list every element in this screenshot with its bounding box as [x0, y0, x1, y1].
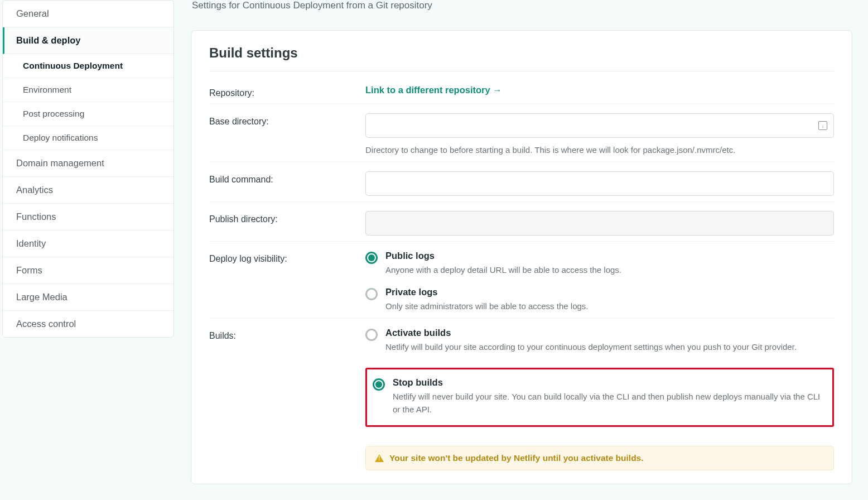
- radio-private-logs[interactable]: Private logs Only site administrators wi…: [365, 287, 834, 312]
- radio-icon: [365, 288, 378, 300]
- publish-directory-input[interactable]: [365, 211, 834, 235]
- sidebar-item-functions[interactable]: Functions: [3, 204, 173, 230]
- publish-directory-label: Publish directory:: [209, 211, 365, 224]
- sidebar-item-general[interactable]: General: [3, 1, 173, 27]
- sidebar-item-forms[interactable]: Forms: [3, 257, 173, 284]
- sidebar-sub-post-processing[interactable]: Post processing: [3, 102, 173, 126]
- sidebar-item-domain-management[interactable]: Domain management: [3, 150, 173, 177]
- build-command-label: Build command:: [209, 171, 365, 185]
- base-directory-help: Directory to change to before starting a…: [365, 143, 834, 156]
- sidebar-item-large-media[interactable]: Large Media: [3, 284, 173, 311]
- stop-builds-highlight: Stop builds Netlify will never build you…: [365, 368, 834, 427]
- private-logs-title: Private logs: [385, 287, 834, 297]
- radio-icon: [373, 378, 385, 391]
- sidebar-item-analytics[interactable]: Analytics: [3, 177, 173, 204]
- sidebar-sub-deploy-notifications[interactable]: Deploy notifications: [3, 126, 173, 150]
- build-command-input[interactable]: [365, 171, 834, 196]
- sidebar-sub-continuous-deployment[interactable]: Continuous Deployment: [3, 54, 173, 78]
- stop-builds-desc: Netlify will never build your site. You …: [393, 390, 827, 416]
- builds-label: Builds:: [209, 328, 365, 341]
- activate-builds-desc: Netlify will build your site according t…: [385, 340, 834, 353]
- stop-builds-title: Stop builds: [393, 377, 827, 388]
- public-logs-title: Public logs: [385, 251, 834, 261]
- radio-icon: [365, 329, 378, 341]
- radio-public-logs[interactable]: Public logs Anyone with a deploy detail …: [365, 251, 834, 276]
- deploy-log-visibility-label: Deploy log visibility:: [209, 251, 365, 264]
- public-logs-desc: Anyone with a deploy detail URL will be …: [385, 263, 834, 276]
- page-subtitle: Settings for Continuous Deployment from …: [192, 0, 852, 11]
- autofill-icon: ↓: [818, 121, 827, 130]
- settings-sidebar: General Build & deploy Continuous Deploy…: [2, 0, 174, 338]
- radio-activate-builds[interactable]: Activate builds Netlify will build your …: [365, 328, 834, 353]
- base-directory-label: Base directory:: [209, 113, 365, 127]
- main-content: Settings for Continuous Deployment from …: [174, 0, 868, 500]
- activate-builds-title: Activate builds: [385, 328, 834, 338]
- build-settings-card: Build settings Repository: Link to a dif…: [191, 30, 852, 484]
- sidebar-item-identity[interactable]: Identity: [3, 230, 173, 257]
- base-directory-input[interactable]: [365, 113, 834, 138]
- builds-warning-banner: Your site won't be updated by Netlify un…: [365, 446, 834, 470]
- radio-icon: [365, 252, 378, 264]
- warning-text: Your site won't be updated by Netlify un…: [389, 453, 644, 463]
- card-title: Build settings: [209, 45, 834, 71]
- sidebar-item-access-control[interactable]: Access control: [3, 311, 173, 337]
- sidebar-sub-environment[interactable]: Environment: [3, 78, 173, 102]
- radio-stop-builds[interactable]: Stop builds Netlify will never build you…: [373, 377, 827, 416]
- repository-label: Repository:: [209, 85, 365, 98]
- sidebar-item-build-deploy[interactable]: Build & deploy: [3, 27, 173, 54]
- private-logs-desc: Only site administrators will be able to…: [385, 300, 834, 312]
- warning-icon: [375, 454, 384, 462]
- link-different-repository[interactable]: Link to a different repository →: [365, 85, 502, 95]
